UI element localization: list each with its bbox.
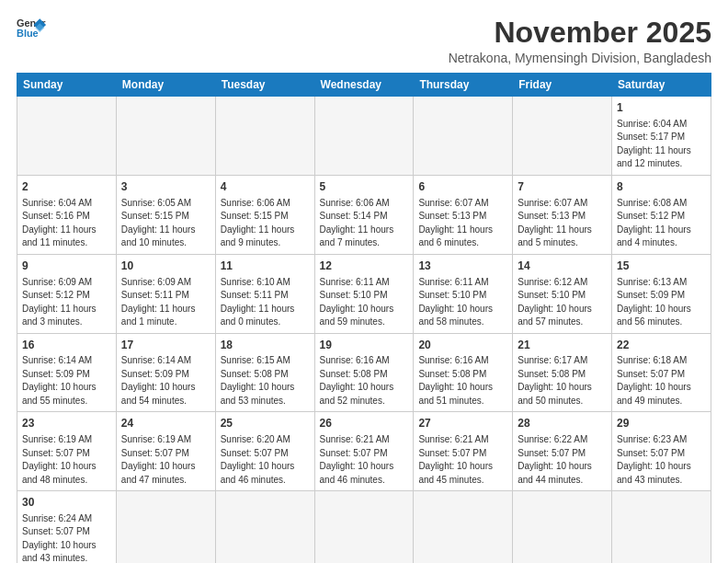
day-number: 16 [22,338,111,353]
day-number: 30 [22,495,111,511]
table-row: 3Sunrise: 6:05 AM Sunset: 5:15 PM Daylig… [116,175,215,254]
day-number: 10 [121,259,210,274]
table-row [17,97,117,176]
day-info: Sunrise: 6:12 AM Sunset: 5:10 PM Dayligh… [518,276,607,329]
table-row [116,491,215,563]
table-row: 15Sunrise: 6:13 AM Sunset: 5:09 PM Dayli… [612,254,711,333]
day-info: Sunrise: 6:17 AM Sunset: 5:08 PM Dayligh… [518,354,607,408]
day-number: 4 [221,179,310,195]
day-info: Sunrise: 6:16 AM Sunset: 5:08 PM Dayligh… [320,354,409,408]
day-number: 22 [617,338,706,353]
day-number: 26 [320,416,409,431]
month-title: November 2025 [449,17,711,49]
calendar-week-row: 30Sunrise: 6:24 AM Sunset: 5:07 PM Dayli… [17,491,711,563]
day-info: Sunrise: 6:24 AM Sunset: 5:07 PM Dayligh… [22,512,111,563]
table-row: 16Sunrise: 6:14 AM Sunset: 5:09 PM Dayli… [17,333,117,412]
table-row [513,97,612,176]
day-number: 13 [418,259,507,274]
day-number: 1 [617,100,706,116]
table-row: 11Sunrise: 6:10 AM Sunset: 5:11 PM Dayli… [215,254,314,333]
day-info: Sunrise: 6:06 AM Sunset: 5:15 PM Dayligh… [221,197,310,250]
table-row [314,97,414,176]
day-number: 28 [518,416,607,431]
day-info: Sunrise: 6:19 AM Sunset: 5:07 PM Dayligh… [22,433,111,487]
generalblue-logo-icon: General Blue [17,17,46,42]
day-number: 6 [418,179,507,195]
day-info: Sunrise: 6:05 AM Sunset: 5:15 PM Dayligh… [121,197,210,250]
table-row: 12Sunrise: 6:11 AM Sunset: 5:10 PM Dayli… [314,254,414,333]
day-number: 21 [518,338,607,353]
day-info: Sunrise: 6:19 AM Sunset: 5:07 PM Dayligh… [121,433,210,487]
col-monday: Monday [116,74,215,97]
table-row: 20Sunrise: 6:16 AM Sunset: 5:08 PM Dayli… [414,333,513,412]
table-row: 28Sunrise: 6:22 AM Sunset: 5:07 PM Dayli… [513,412,612,491]
day-number: 19 [320,338,409,353]
calendar-week-row: 16Sunrise: 6:14 AM Sunset: 5:09 PM Dayli… [17,333,711,412]
table-row [314,491,414,563]
col-saturday: Saturday [612,74,711,97]
day-number: 12 [320,259,409,274]
table-row: 8Sunrise: 6:08 AM Sunset: 5:12 PM Daylig… [612,175,711,254]
table-row: 27Sunrise: 6:21 AM Sunset: 5:07 PM Dayli… [414,412,513,491]
table-row: 30Sunrise: 6:24 AM Sunset: 5:07 PM Dayli… [17,491,117,563]
table-row: 21Sunrise: 6:17 AM Sunset: 5:08 PM Dayli… [513,333,612,412]
day-number: 8 [617,179,706,195]
day-number: 29 [617,416,706,431]
calendar-week-row: 9Sunrise: 6:09 AM Sunset: 5:12 PM Daylig… [17,254,711,333]
table-row: 22Sunrise: 6:18 AM Sunset: 5:07 PM Dayli… [612,333,711,412]
day-number: 18 [221,338,310,353]
day-number: 20 [418,338,507,353]
page: General Blue November 2025 Netrakona, My… [0,0,728,563]
col-wednesday: Wednesday [314,74,414,97]
table-row [513,491,612,563]
day-number: 25 [221,416,310,431]
table-row: 10Sunrise: 6:09 AM Sunset: 5:11 PM Dayli… [116,254,215,333]
logo: General Blue [17,17,46,42]
day-info: Sunrise: 6:21 AM Sunset: 5:07 PM Dayligh… [418,433,507,487]
day-info: Sunrise: 6:07 AM Sunset: 5:13 PM Dayligh… [418,197,507,250]
table-row: 1Sunrise: 6:04 AM Sunset: 5:17 PM Daylig… [612,97,711,176]
day-number: 2 [22,179,111,195]
day-info: Sunrise: 6:21 AM Sunset: 5:07 PM Dayligh… [320,433,409,487]
day-number: 17 [121,338,210,353]
table-row: 4Sunrise: 6:06 AM Sunset: 5:15 PM Daylig… [215,175,314,254]
day-info: Sunrise: 6:23 AM Sunset: 5:07 PM Dayligh… [617,433,706,487]
day-number: 24 [121,416,210,431]
day-info: Sunrise: 6:22 AM Sunset: 5:07 PM Dayligh… [518,433,607,487]
day-number: 9 [22,259,111,274]
calendar-header-row: Sunday Monday Tuesday Wednesday Thursday… [17,74,711,97]
col-friday: Friday [513,74,612,97]
col-thursday: Thursday [414,74,513,97]
day-info: Sunrise: 6:11 AM Sunset: 5:10 PM Dayligh… [418,276,507,329]
calendar-table: Sunday Monday Tuesday Wednesday Thursday… [17,73,711,563]
day-number: 23 [22,416,111,431]
calendar-week-row: 1Sunrise: 6:04 AM Sunset: 5:17 PM Daylig… [17,97,711,176]
calendar-week-row: 2Sunrise: 6:04 AM Sunset: 5:16 PM Daylig… [17,175,711,254]
title-section: November 2025 Netrakona, Mymensingh Divi… [449,17,711,65]
table-row: 19Sunrise: 6:16 AM Sunset: 5:08 PM Dayli… [314,333,414,412]
day-info: Sunrise: 6:09 AM Sunset: 5:12 PM Dayligh… [22,276,111,329]
day-number: 3 [121,179,210,195]
day-info: Sunrise: 6:04 AM Sunset: 5:17 PM Dayligh… [617,118,706,171]
table-row [414,491,513,563]
day-number: 15 [617,259,706,274]
table-row [215,491,314,563]
day-info: Sunrise: 6:18 AM Sunset: 5:07 PM Dayligh… [617,354,706,408]
day-info: Sunrise: 6:14 AM Sunset: 5:09 PM Dayligh… [121,354,210,408]
table-row: 13Sunrise: 6:11 AM Sunset: 5:10 PM Dayli… [414,254,513,333]
day-info: Sunrise: 6:13 AM Sunset: 5:09 PM Dayligh… [617,276,706,329]
table-row [612,491,711,563]
table-row [414,97,513,176]
table-row [215,97,314,176]
day-info: Sunrise: 6:09 AM Sunset: 5:11 PM Dayligh… [121,276,210,329]
day-info: Sunrise: 6:16 AM Sunset: 5:08 PM Dayligh… [418,354,507,408]
day-info: Sunrise: 6:20 AM Sunset: 5:07 PM Dayligh… [221,433,310,487]
day-info: Sunrise: 6:14 AM Sunset: 5:09 PM Dayligh… [22,354,111,408]
day-info: Sunrise: 6:11 AM Sunset: 5:10 PM Dayligh… [320,276,409,329]
day-number: 5 [320,179,409,195]
table-row: 17Sunrise: 6:14 AM Sunset: 5:09 PM Dayli… [116,333,215,412]
col-sunday: Sunday [17,74,117,97]
day-info: Sunrise: 6:08 AM Sunset: 5:12 PM Dayligh… [617,197,706,250]
table-row: 9Sunrise: 6:09 AM Sunset: 5:12 PM Daylig… [17,254,117,333]
svg-text:Blue: Blue [17,28,39,39]
